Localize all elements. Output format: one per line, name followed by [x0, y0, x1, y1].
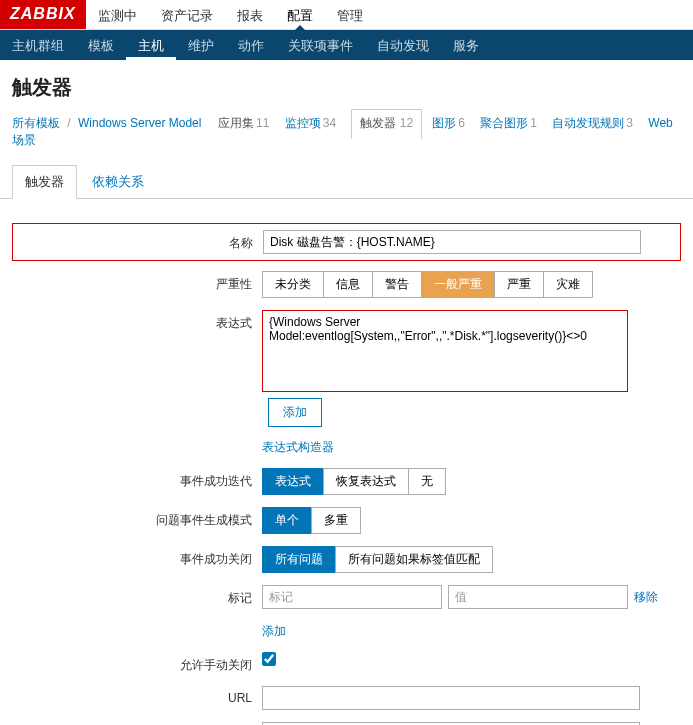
crumb-items[interactable]: 监控项 [285, 116, 321, 130]
event-ok-iter-none[interactable]: 无 [408, 468, 446, 495]
sub-nav-services[interactable]: 服务 [441, 30, 491, 60]
url-field[interactable] [262, 686, 640, 710]
breadcrumb: 所有模板 / Windows Server Model 应用集11 监控项34 … [0, 111, 693, 159]
label-allow-manual: 允许手动关闭 [12, 652, 262, 674]
trigger-form: 名称 严重性 未分类 信息 警告 一般严重 严重 灾难 表达式 添加 [0, 199, 693, 725]
crumb-graphs[interactable]: 图形 [432, 116, 456, 130]
label-event-ok-close: 事件成功关闭 [12, 546, 262, 568]
sub-nav-actions[interactable]: 动作 [226, 30, 276, 60]
expression-field[interactable] [262, 310, 628, 392]
add-expression-button[interactable]: 添加 [268, 398, 322, 427]
severity-disaster[interactable]: 灾难 [543, 271, 593, 298]
crumb-screens[interactable]: 聚合图形 [480, 116, 528, 130]
add-tag-link[interactable]: 添加 [262, 623, 286, 640]
main-nav-monitoring[interactable]: 监测中 [86, 0, 149, 29]
remove-tag-link[interactable]: 移除 [634, 589, 658, 606]
tag-value-field[interactable] [448, 585, 628, 609]
event-ok-iter-expression[interactable]: 表达式 [262, 468, 324, 495]
label-url: URL [12, 686, 262, 705]
event-ok-close-segmented: 所有问题 所有问题如果标签值匹配 [262, 546, 493, 573]
tab-trigger[interactable]: 触发器 [12, 165, 77, 199]
sub-nav-hosts[interactable]: 主机 [126, 30, 176, 60]
crumb-graphs-count: 6 [458, 116, 465, 130]
sub-nav-discovery[interactable]: 自动发现 [365, 30, 441, 60]
name-field[interactable] [263, 230, 641, 254]
sub-nav-hostgroups[interactable]: 主机群组 [0, 30, 76, 60]
event-ok-iter-recovery[interactable]: 恢复表达式 [323, 468, 409, 495]
crumb-all-templates[interactable]: 所有模板 [12, 116, 60, 130]
severity-segmented: 未分类 信息 警告 一般严重 严重 灾难 [262, 271, 593, 298]
crumb-items-count: 34 [323, 116, 336, 130]
logo: ZABBIX [0, 0, 86, 29]
sub-nav-templates[interactable]: 模板 [76, 30, 126, 60]
severity-average[interactable]: 一般严重 [421, 271, 495, 298]
tab-dependencies[interactable]: 依赖关系 [80, 166, 156, 198]
crumb-sep: / [67, 116, 70, 130]
main-nav-configuration[interactable]: 配置 [275, 0, 325, 29]
sub-nav-correlation[interactable]: 关联项事件 [276, 30, 365, 60]
crumb-triggers[interactable]: 触发器 12 [351, 109, 422, 139]
label-event-ok-iter: 事件成功迭代 [12, 468, 262, 490]
crumb-model[interactable]: Windows Server Model [78, 116, 201, 130]
problem-mode-multiple[interactable]: 多重 [311, 507, 361, 534]
main-nav-inventory[interactable]: 资产记录 [149, 0, 225, 29]
severity-high[interactable]: 严重 [494, 271, 544, 298]
tag-key-field[interactable] [262, 585, 442, 609]
sub-nav-maintenance[interactable]: 维护 [176, 30, 226, 60]
label-tags: 标记 [12, 585, 262, 607]
severity-info[interactable]: 信息 [323, 271, 373, 298]
label-empty1 [12, 439, 262, 444]
label-name: 名称 [13, 230, 263, 252]
allow-manual-checkbox[interactable] [262, 652, 276, 666]
main-nav-administration[interactable]: 管理 [325, 0, 375, 29]
crumb-appset[interactable]: 应用集 [218, 116, 254, 130]
crumb-appset-count: 11 [256, 116, 269, 130]
severity-unclassified[interactable]: 未分类 [262, 271, 324, 298]
form-tabs: 触发器 依赖关系 [0, 165, 693, 199]
label-problem-mode: 问题事件生成模式 [12, 507, 262, 529]
event-ok-iter-segmented: 表达式 恢复表达式 无 [262, 468, 446, 495]
main-nav-reports[interactable]: 报表 [225, 0, 275, 29]
label-expression: 表达式 [12, 310, 262, 332]
crumb-discovery-count: 3 [626, 116, 633, 130]
event-ok-close-all[interactable]: 所有问题 [262, 546, 336, 573]
event-ok-close-tag[interactable]: 所有问题如果标签值匹配 [335, 546, 493, 573]
expression-builder-link[interactable]: 表达式构造器 [262, 439, 334, 456]
crumb-discovery-rules[interactable]: 自动发现规则 [552, 116, 624, 130]
crumb-screens-count: 1 [530, 116, 537, 130]
severity-warning[interactable]: 警告 [372, 271, 422, 298]
main-nav: 监测中 资产记录 报表 配置 管理 [86, 0, 375, 29]
problem-mode-segmented: 单个 多重 [262, 507, 361, 534]
label-severity: 严重性 [12, 271, 262, 293]
page-title: 触发器 [0, 60, 693, 111]
problem-mode-single[interactable]: 单个 [262, 507, 312, 534]
sub-nav: 主机群组 模板 主机 维护 动作 关联项事件 自动发现 服务 [0, 30, 693, 60]
